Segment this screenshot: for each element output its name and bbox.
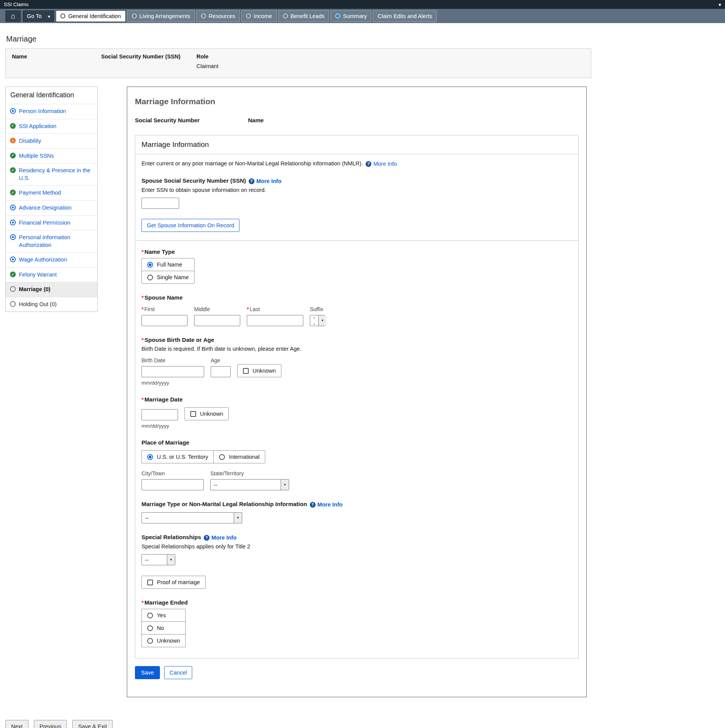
birth-unknown-checkbox[interactable]: Unknown: [237, 364, 281, 377]
checkbox-unchecked-icon[interactable]: [190, 411, 196, 417]
middle-name-input[interactable]: [194, 315, 240, 326]
marriage-ended-label-text: Marriage Ended: [145, 599, 188, 606]
radio-unchecked-icon[interactable]: [147, 638, 153, 644]
marriage-type-label: Marriage Type or Non-Marital Legal Relat…: [141, 501, 572, 508]
radio-unchecked-icon[interactable]: [147, 275, 153, 280]
tab-label: Living Arrangements: [140, 13, 190, 19]
special-relationships-group: Special RelationshipsMore Info Special R…: [141, 534, 572, 565]
previous-button[interactable]: Previous: [34, 720, 67, 728]
form-actions: Save Cancel: [135, 666, 579, 679]
sidebar-item-advance-designation[interactable]: Advance Designation: [6, 200, 97, 215]
special-relationships-label: Special RelationshipsMore Info: [141, 534, 572, 541]
checkbox-unchecked-icon[interactable]: [147, 580, 153, 585]
page-title: Marriage: [6, 35, 725, 43]
sidebar-item-residency-presence[interactable]: Residency & Presence in the U.S.: [6, 163, 97, 185]
tab-benefit-leads[interactable]: Benefit Leads: [278, 10, 329, 22]
get-spouse-information-button[interactable]: Get Spouse Information On Record: [141, 219, 239, 232]
sidebar-item-disability[interactable]: Disability: [6, 133, 97, 148]
more-info-link[interactable]: More Info: [204, 535, 236, 541]
sidebar-item-label: Residency & Presence in the U.S.: [19, 167, 93, 182]
checkbox-label: Unknown: [253, 368, 276, 374]
radio-unchecked-icon[interactable]: [147, 625, 153, 631]
radio-checked-icon[interactable]: [147, 454, 153, 460]
panel-title: Marriage Information: [135, 97, 579, 106]
radio-icon: [283, 13, 288, 18]
marriage-ended-options: Yes No Unknown: [141, 609, 186, 647]
more-info-label: More Info: [373, 161, 397, 167]
marriage-type-select[interactable]: --: [141, 512, 242, 523]
home-button[interactable]: [5, 10, 21, 22]
city-town-input[interactable]: [141, 479, 204, 490]
spouse-ssn-input[interactable]: [141, 198, 179, 209]
sidebar-item-holding-out[interactable]: Holding Out (0): [6, 297, 97, 312]
status-complete-icon: [10, 272, 16, 277]
sidebar-item-personal-information-authorization[interactable]: Personal Information Authorization: [6, 230, 97, 252]
tab-summary[interactable]: Summary: [331, 10, 371, 22]
goto-button[interactable]: Go To: [23, 10, 54, 22]
proof-of-marriage-checkbox[interactable]: Proof of marriage: [141, 576, 206, 589]
sidebar-item-multiple-ssns[interactable]: Multiple SSNs: [6, 148, 97, 163]
app-titlebar: SSI Claims: [0, 0, 725, 9]
status-started-icon: [10, 205, 16, 210]
tab-resources[interactable]: Resources: [196, 10, 240, 22]
chevron-down-icon: [48, 13, 50, 19]
sidebar-item-marriage[interactable]: Marriage (0): [6, 282, 97, 297]
marriage-date-unknown-checkbox[interactable]: Unknown: [185, 407, 229, 420]
more-info-link[interactable]: More Info: [366, 161, 397, 167]
more-info-link[interactable]: More Info: [310, 501, 343, 508]
radio-checked-icon[interactable]: [147, 262, 153, 268]
save-button[interactable]: Save: [135, 666, 160, 679]
radio-selected-icon: [335, 13, 340, 18]
more-info-link[interactable]: More Info: [249, 178, 281, 184]
name-type-option-full-name[interactable]: Full Name: [142, 258, 194, 271]
tab-label: Summary: [343, 13, 367, 19]
sidebar-item-payment-method[interactable]: Payment Method: [6, 185, 97, 200]
age-input[interactable]: [211, 366, 231, 377]
required-asterisk: [141, 248, 145, 255]
radio-unchecked-icon[interactable]: [219, 454, 225, 460]
tab-income[interactable]: Income: [241, 10, 277, 22]
marriage-date-input[interactable]: [141, 409, 178, 420]
tab-living-arrangements[interactable]: Living Arrangements: [127, 10, 195, 22]
status-empty-icon: [10, 301, 16, 307]
sidebar-item-person-information[interactable]: Person Information: [6, 104, 97, 119]
sidebar-item-wage-authorization[interactable]: Wage Authorization: [6, 252, 97, 267]
suffix-select[interactable]: --: [310, 315, 325, 326]
next-button[interactable]: Next: [5, 720, 28, 728]
spouse-name-group: Spouse Name First Middle: [141, 294, 572, 326]
name-meta-label: Name: [248, 117, 264, 123]
name-type-option-single-name[interactable]: Single Name: [142, 271, 194, 283]
checkbox-unchecked-icon[interactable]: [243, 368, 249, 374]
sidebar-item-financial-permission[interactable]: Financial Permission: [6, 215, 97, 230]
tab-general-identification[interactable]: General Identification: [56, 10, 125, 22]
sidebar-item-ssi-application[interactable]: SSI Application: [6, 119, 97, 134]
special-relationships-hint: Special Relationships applies only for T…: [141, 543, 572, 550]
sidebar-item-felony-warrant[interactable]: Felony Warrant: [6, 267, 97, 282]
state-territory-select[interactable]: --: [210, 479, 289, 490]
birth-date-input[interactable]: [141, 366, 204, 377]
marriage-ended-option-no[interactable]: No: [142, 621, 185, 634]
cancel-button[interactable]: Cancel: [164, 666, 192, 679]
radio-unchecked-icon[interactable]: [147, 613, 153, 618]
tab-label: Benefit Leads: [291, 13, 325, 19]
special-relationships-select[interactable]: --: [141, 554, 175, 565]
save-and-exit-button[interactable]: Save & Exit: [72, 720, 113, 728]
marriage-ended-option-yes[interactable]: Yes: [142, 609, 185, 621]
section-title: Marriage Information: [135, 135, 578, 154]
app-title: SSI Claims: [4, 2, 28, 7]
chevron-down-icon[interactable]: [718, 2, 721, 8]
chevron-down-icon: [318, 315, 326, 326]
option-label: U.S. or U.S. Territory: [157, 454, 208, 460]
tab-claim-edits-and-alerts[interactable]: Claim Edits and Alerts: [373, 10, 437, 22]
status-started-icon: [10, 108, 16, 114]
first-name-input[interactable]: [141, 315, 188, 326]
place-option-us-territory[interactable]: U.S. or U.S. Territory: [142, 451, 213, 463]
ssn-meta-label: Social Security Number: [135, 117, 248, 123]
last-name-input[interactable]: [247, 315, 303, 326]
marriage-ended-option-unknown[interactable]: Unknown: [142, 634, 185, 647]
sidebar-item-label: Disability: [19, 137, 41, 145]
place-option-international[interactable]: International: [213, 451, 265, 463]
more-info-label: More Info: [256, 178, 281, 184]
marriage-ended-label: Marriage Ended: [141, 599, 572, 606]
sidebar-item-label: Marriage (0): [19, 286, 50, 293]
